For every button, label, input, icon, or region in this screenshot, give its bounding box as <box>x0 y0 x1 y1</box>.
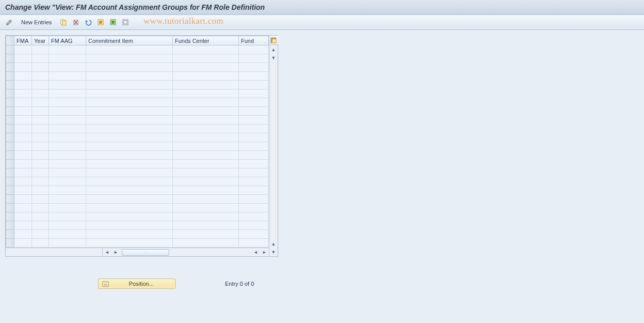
cell[interactable] <box>173 133 239 142</box>
table-row[interactable] <box>6 116 269 125</box>
table-row[interactable] <box>6 239 269 248</box>
cell[interactable] <box>86 239 173 248</box>
cell[interactable] <box>86 72 173 81</box>
row-selector[interactable] <box>6 142 14 151</box>
horizontal-scrollbar[interactable]: ◄ ► ::: ◄ ► <box>6 248 269 256</box>
cell[interactable] <box>32 133 49 142</box>
row-selector[interactable] <box>6 116 14 125</box>
col-header-fmaag[interactable]: FM AAG <box>49 36 86 45</box>
position-button[interactable]: Position... <box>98 279 175 289</box>
row-selector[interactable] <box>6 54 14 63</box>
cell[interactable] <box>173 142 239 151</box>
cell[interactable] <box>49 230 86 239</box>
cell[interactable] <box>173 239 239 248</box>
cell[interactable] <box>14 107 32 116</box>
cell[interactable] <box>86 204 173 212</box>
cell[interactable] <box>14 89 32 98</box>
table-row[interactable] <box>6 45 269 54</box>
col-header-year[interactable]: Year <box>32 36 49 45</box>
cell[interactable] <box>239 116 269 125</box>
cell[interactable] <box>14 116 32 125</box>
cell[interactable] <box>173 221 239 230</box>
cell[interactable] <box>14 151 32 160</box>
delete-icon[interactable] <box>71 17 81 27</box>
row-selector[interactable] <box>6 125 14 133</box>
cell[interactable] <box>32 212 49 221</box>
cell[interactable] <box>14 177 32 186</box>
cell[interactable] <box>49 107 86 116</box>
cell[interactable] <box>173 204 239 212</box>
table-row[interactable] <box>6 160 269 168</box>
cell[interactable] <box>14 212 32 221</box>
cell[interactable] <box>86 54 173 63</box>
toggle-change-icon[interactable] <box>4 17 14 27</box>
cell[interactable] <box>14 98 32 107</box>
row-selector-header[interactable] <box>6 36 14 45</box>
cell[interactable] <box>86 45 173 54</box>
cell[interactable] <box>49 212 86 221</box>
cell[interactable] <box>49 168 86 177</box>
table-row[interactable] <box>6 168 269 177</box>
cell[interactable] <box>239 63 269 72</box>
cell[interactable] <box>173 177 239 186</box>
cell[interactable] <box>86 133 173 142</box>
cell[interactable] <box>86 230 173 239</box>
cell[interactable] <box>14 63 32 72</box>
cell[interactable] <box>14 239 32 248</box>
cell[interactable] <box>86 116 173 125</box>
cell[interactable] <box>49 98 86 107</box>
cell[interactable] <box>239 89 269 98</box>
cell[interactable] <box>49 142 86 151</box>
cell[interactable] <box>239 151 269 160</box>
cell[interactable] <box>239 230 269 239</box>
cell[interactable] <box>49 239 86 248</box>
cell[interactable] <box>14 168 32 177</box>
cell[interactable] <box>14 125 32 133</box>
cell[interactable] <box>49 116 86 125</box>
table-row[interactable] <box>6 186 269 195</box>
table-row[interactable] <box>6 63 269 72</box>
cell[interactable] <box>173 168 239 177</box>
row-selector[interactable] <box>6 195 14 204</box>
cell[interactable] <box>32 125 49 133</box>
cell[interactable] <box>239 133 269 142</box>
row-selector[interactable] <box>6 89 14 98</box>
cell[interactable] <box>239 45 269 54</box>
cell[interactable] <box>32 239 49 248</box>
table-row[interactable] <box>6 212 269 221</box>
cell[interactable] <box>86 98 173 107</box>
cell[interactable] <box>239 107 269 116</box>
cell[interactable] <box>86 212 173 221</box>
row-selector[interactable] <box>6 221 14 230</box>
cell[interactable] <box>49 160 86 168</box>
col-header-fundscenter[interactable]: Funds Center <box>173 36 239 45</box>
cell[interactable] <box>49 45 86 54</box>
cell[interactable] <box>32 195 49 204</box>
cell[interactable] <box>239 221 269 230</box>
cell[interactable] <box>32 54 49 63</box>
cell[interactable] <box>239 72 269 81</box>
cell[interactable] <box>86 151 173 160</box>
row-selector[interactable] <box>6 45 14 54</box>
table-row[interactable] <box>6 221 269 230</box>
cell[interactable] <box>86 125 173 133</box>
cell[interactable] <box>32 142 49 151</box>
row-selector[interactable] <box>6 204 14 212</box>
row-selector[interactable] <box>6 186 14 195</box>
row-selector[interactable] <box>6 81 14 89</box>
scroll-right-icon[interactable]: ► <box>261 249 268 256</box>
cell[interactable] <box>173 116 239 125</box>
cell[interactable] <box>86 221 173 230</box>
row-selector[interactable] <box>6 168 14 177</box>
cell[interactable] <box>32 168 49 177</box>
table-row[interactable] <box>6 54 269 63</box>
cell[interactable] <box>173 45 239 54</box>
cell[interactable] <box>32 72 49 81</box>
cell[interactable] <box>49 72 86 81</box>
row-selector[interactable] <box>6 107 14 116</box>
cell[interactable] <box>49 81 86 89</box>
cell[interactable] <box>32 45 49 54</box>
cell[interactable] <box>173 125 239 133</box>
scroll-down-step-icon[interactable]: ▼ <box>270 54 278 61</box>
cell[interactable] <box>86 195 173 204</box>
